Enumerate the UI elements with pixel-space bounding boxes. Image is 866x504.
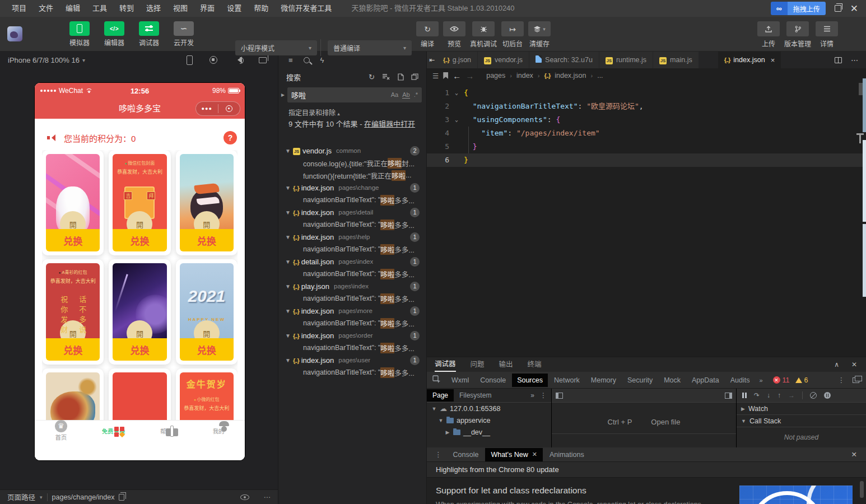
step-over-icon[interactable]: ↷ (754, 391, 760, 399)
drag-upload-button[interactable]: ∞ 拖拽上传 (771, 2, 826, 15)
editor-tab[interactable]: Search: 32.u7u (529, 52, 599, 68)
search-match[interactable]: navigationBarTitleText": "哆啦多多... (278, 243, 426, 255)
close-tab-icon[interactable]: × (771, 56, 775, 64)
menubar-item[interactable]: 工具 (86, 0, 113, 17)
card[interactable]: 開兑换 (42, 150, 104, 255)
search-result-group[interactable]: ▼{..}index.jsonpages\change1 (278, 181, 426, 194)
step-into-icon[interactable]: ↓ (767, 391, 770, 399)
card[interactable]: 開兑换 (109, 259, 170, 365)
menubar-item[interactable]: 设置 (221, 0, 248, 17)
inspect-element-icon[interactable] (431, 375, 445, 385)
more-options-icon[interactable]: ⋮ (838, 376, 845, 384)
toggle-editor-button[interactable]: </>编辑器 (101, 21, 128, 47)
menubar-item[interactable]: 文件 (32, 0, 59, 17)
fold-icon[interactable]: ⌄ (449, 113, 464, 127)
mini-program-mode-dropdown[interactable]: 小程序模式▾ (235, 40, 317, 55)
redeem-button[interactable]: 兑换 (46, 229, 100, 251)
tabbar-item-user[interactable]: 我的 (192, 421, 245, 440)
drawer-scrollbar[interactable] (860, 481, 864, 498)
back-icon[interactable]: ← (453, 71, 461, 81)
pause-icon[interactable] (742, 393, 747, 398)
close-panel-icon[interactable]: ✕ (851, 361, 857, 368)
card[interactable]: 2021HAPPY NEW YEAR開兑换 (176, 259, 238, 365)
panel-tab-终端[interactable]: 终端 (528, 358, 542, 371)
preview-button[interactable]: 预览 (443, 21, 465, 48)
forward-icon[interactable]: → (465, 71, 474, 81)
search-result-group[interactable]: ▼{..}index.jsonpages\user1 (278, 354, 426, 366)
toggle-replace-icon[interactable]: ▸ (278, 91, 287, 99)
device-debug-button[interactable]: 真机调试 (470, 21, 497, 48)
path-label[interactable]: 页面路径 (7, 492, 35, 502)
refresh-icon[interactable]: ↻ (369, 73, 375, 81)
breadcrumb-item[interactable]: ... (597, 72, 603, 80)
menubar-item[interactable]: 视图 (167, 0, 194, 17)
search-match[interactable]: navigationBarTitleText": "哆啦多多... (278, 268, 426, 280)
bookmark-icon[interactable] (443, 72, 448, 79)
tree-item-appservice[interactable]: ▼appservice (427, 414, 551, 426)
upload-button[interactable]: 上传 (757, 21, 780, 48)
split-editor-icon[interactable] (835, 57, 842, 63)
collapse-all-icon[interactable] (411, 73, 418, 80)
menubar-item[interactable]: 帮助 (248, 0, 274, 17)
breadcrumb-item[interactable]: index (516, 72, 533, 80)
card[interactable]: 微信红包封面恭喜发财，大吉大利吉拜開兑换 (109, 150, 170, 255)
editor-tab[interactable]: JSmain.js (653, 52, 699, 68)
close-tab-icon[interactable]: ✕ (532, 451, 537, 458)
more-options-icon[interactable]: ⋮ (540, 391, 547, 399)
search-result-group[interactable]: ▼{..}index.jsonpages\detail1 (278, 206, 426, 218)
editor-tab[interactable]: JSvendor.js (478, 52, 529, 68)
devtools-tab-sources[interactable]: Sources (512, 374, 548, 387)
hide-navigator-icon[interactable] (556, 393, 563, 399)
more-tabs-icon[interactable]: » (530, 391, 534, 399)
scroll-tabs-left-icon[interactable]: ⇤ (427, 52, 437, 68)
tabbar-item-grid[interactable]: 免费兑换 (87, 421, 140, 440)
search-icon[interactable] (304, 57, 310, 63)
drawer-tab-console[interactable]: Console (448, 448, 485, 461)
close-drawer-icon[interactable]: ✕ (851, 451, 857, 459)
panel-tab-输出[interactable]: 输出 (499, 358, 513, 371)
search-result-group[interactable]: ▼{..}play.jsonpages\index1 (278, 280, 426, 292)
editor-tab[interactable]: {..}g.json (437, 52, 478, 68)
drawer-tab-animations[interactable]: Animations (544, 448, 590, 461)
devtools-tab-wxml[interactable]: Wxml (446, 374, 474, 387)
search-match[interactable]: navigationBarTitleText": "哆啦多多... (278, 194, 426, 206)
outline-icon[interactable]: ☰ (432, 72, 439, 80)
compile-button[interactable]: ↻编译 (416, 21, 439, 48)
step-out-icon[interactable]: ↑ (777, 391, 781, 399)
details-button[interactable]: 详情 (816, 21, 838, 48)
menubar-item[interactable]: 编辑 (59, 0, 86, 17)
window-restore-icon[interactable] (835, 5, 841, 12)
menubar-item[interactable]: 选择 (140, 0, 167, 17)
window-close-icon[interactable]: ✕ (850, 4, 858, 13)
collapse-panel-icon[interactable]: ∧ (834, 361, 839, 368)
clear-results-icon[interactable] (382, 73, 390, 80)
record-icon[interactable] (209, 56, 217, 64)
devtools-tab-appdata[interactable]: AppData (687, 374, 724, 387)
warning-badge[interactable]: 6 (795, 376, 808, 384)
help-button[interactable]: ? (224, 131, 237, 144)
file-list-icon[interactable]: ≡ (288, 56, 293, 64)
redeem-button[interactable]: 兑换 (46, 338, 100, 361)
more-icon[interactable]: ⋯ (264, 493, 271, 501)
search-result-group[interactable]: ▼{..}index.jsonpages\order1 (278, 329, 426, 342)
open-in-editor-link[interactable]: 在编辑器中打开 (364, 120, 415, 128)
undock-icon[interactable] (853, 377, 859, 383)
regex-icon[interactable]: .* (414, 91, 418, 98)
panel-tab-调试器[interactable]: 调试器 (435, 357, 456, 372)
whole-word-icon[interactable]: Ab (402, 91, 409, 99)
multi-window-icon[interactable] (259, 57, 267, 63)
more-icon[interactable]: ●●● (196, 106, 218, 111)
tree-item-127.0.0.1:65368[interactable]: ▼☁127.0.0.1:65368 (427, 403, 551, 414)
search-input[interactable]: 哆啦 Aa Ab .* (287, 87, 422, 102)
navigator-tab-filesystem[interactable]: Filesystem (454, 389, 497, 402)
menubar-item[interactable]: 转到 (113, 0, 140, 17)
background-switch-button[interactable]: ↦切后台 (501, 21, 524, 48)
toggle-cloud-button[interactable]: ∽云开发 (170, 21, 197, 47)
quick-action-icon[interactable]: ϟ (320, 56, 324, 64)
menubar-item[interactable]: 项目 (6, 0, 32, 17)
search-result-group[interactable]: ▼JSvendor.jscommon2 (278, 144, 426, 157)
tabbar-item-gift[interactable]: 帮助 (140, 421, 193, 440)
call-stack-section[interactable]: ▼Call Stack (737, 415, 866, 427)
search-result-group[interactable]: ▼{..}index.jsonpages\help1 (278, 231, 426, 243)
show-debugger-icon[interactable] (725, 393, 732, 399)
